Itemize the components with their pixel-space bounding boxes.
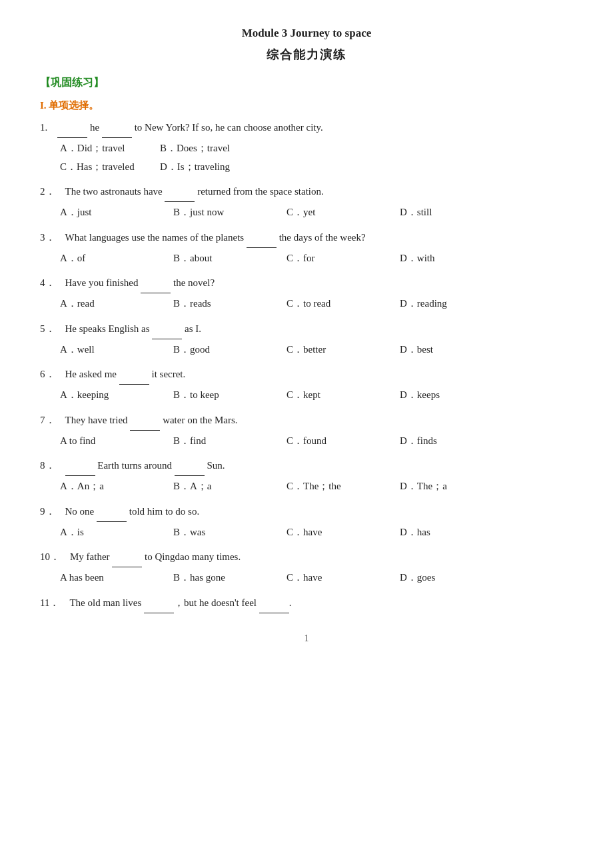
option-5-0-0: A．well [60,341,153,359]
option-10-0-3: D．goes [400,569,493,587]
question-6: 6． He asked me it secret.A．keepingB．to k… [40,365,573,405]
option-4-0-1: B．reads [173,295,267,313]
question-text-11: 11． The old man lives ，but he doesn't fe… [40,594,573,613]
option-7-0-3: D．finds [400,432,493,451]
question-1: 1. he to New York? If so, he can choose … [40,119,573,176]
main-title: Module 3 Journey to space [40,27,573,40]
question-4: 4． Have you finished the novel?A．readB．r… [40,274,573,313]
option-6-0-2: C．kept [287,386,380,405]
question-5: 5． He speaks English as as I.A．wellB．goo… [40,320,573,359]
option-4-0-3: D．reading [400,295,493,313]
option-8-0-2: C．The；the [287,477,380,496]
question-10: 10． My father to Qingdao many times.A ha… [40,548,573,587]
option-9-0-0: A．is [60,523,153,542]
question-text-5: 5． He speaks English as as I. [40,320,573,339]
option-3-0-3: D．with [400,249,493,268]
option-4-0-2: C．to read [287,295,380,313]
option-7-0-1: B．find [173,432,267,451]
option-7-0-0: A to find [60,432,153,451]
subtitle: 综合能力演练 [40,47,573,63]
question-text-3: 3． What languages use the names of the p… [40,229,573,248]
options-row-6-0: A．keepingB．to keepC．keptD．keeps [60,386,573,405]
options-row-1-1: C．Has；traveledD．Is；traveling [60,158,573,177]
question-text-8: 8． Earth turns around Sun. [40,457,573,476]
option-8-0-0: A．An；a [60,477,153,496]
options-row-3-0: A．ofB．aboutC．forD．with [60,249,573,268]
question-2: 2． The two astronauts have returned from… [40,183,573,222]
option-1-0-0: A．Did；travel [60,139,140,158]
option-5-0-1: B．good [173,341,267,359]
option-5-0-3: D．best [400,341,493,359]
option-1-1-1: D．Is；traveling [160,158,240,177]
option-8-0-1: B．A；a [173,477,267,496]
options-row-2-0: A．justB．just nowC．yetD．still [60,203,573,222]
option-2-0-1: B．just now [173,203,267,222]
questions-container: 1. he to New York? If so, he can choose … [40,119,573,613]
page-number: 1 [40,633,573,644]
option-5-0-2: C．better [287,341,380,359]
question-8: 8． Earth turns around Sun.A．An；aB．A；aC．T… [40,457,573,496]
options-7: A to findB．findC．foundD．finds [60,432,573,451]
section-label: I. 单项选择。 [40,99,573,112]
options-8: A．An；aB．A；aC．The；theD．The；a [60,477,573,496]
question-11: 11． The old man lives ，but he doesn't fe… [40,594,573,613]
question-9: 9． No one told him to do so.A．isB．wasC．h… [40,503,573,542]
question-3: 3． What languages use the names of the p… [40,229,573,268]
question-text-7: 7． They have tried water on the Mars. [40,411,573,431]
option-10-0-0: A has been [60,569,153,587]
question-text-2: 2． The two astronauts have returned from… [40,183,573,202]
option-6-0-3: D．keeps [400,386,493,405]
options-row-1-0: A．Did；travelB．Does；travel [60,139,573,158]
question-text-1: 1. he to New York? If so, he can choose … [40,119,573,138]
option-6-0-0: A．keeping [60,386,153,405]
options-row-10-0: A has beenB．has goneC．haveD．goes [60,569,573,587]
option-8-0-3: D．The；a [400,477,493,496]
option-6-0-1: B．to keep [173,386,267,405]
options-1: A．Did；travelB．Does；travelC．Has；traveledD… [60,139,573,177]
options-row-8-0: A．An；aB．A；aC．The；theD．The；a [60,477,573,496]
option-4-0-0: A．read [60,295,153,313]
options-row-5-0: A．wellB．goodC．betterD．best [60,341,573,359]
options-4: A．readB．readsC．to readD．reading [60,295,573,313]
option-10-0-1: B．has gone [173,569,267,587]
option-1-0-1: B．Does；travel [160,139,240,158]
options-row-7-0: A to findB．findC．foundD．finds [60,432,573,451]
question-text-6: 6． He asked me it secret. [40,365,573,385]
question-text-4: 4． Have you finished the novel? [40,274,573,293]
section-tag: 【巩固练习】 [40,76,573,90]
option-9-0-2: C．have [287,523,380,542]
options-5: A．wellB．goodC．betterD．best [60,341,573,359]
options-3: A．ofB．aboutC．forD．with [60,249,573,268]
option-7-0-2: C．found [287,432,380,451]
option-2-0-0: A．just [60,203,153,222]
option-3-0-0: A．of [60,249,153,268]
options-row-4-0: A．readB．readsC．to readD．reading [60,295,573,313]
option-9-0-1: B．was [173,523,267,542]
question-text-10: 10． My father to Qingdao many times. [40,548,573,567]
options-2: A．justB．just nowC．yetD．still [60,203,573,222]
options-6: A．keepingB．to keepC．keptD．keeps [60,386,573,405]
options-9: A．isB．wasC．haveD．has [60,523,573,542]
options-row-9-0: A．isB．wasC．haveD．has [60,523,573,542]
option-3-0-1: B．about [173,249,267,268]
option-2-0-2: C．yet [287,203,380,222]
option-3-0-2: C．for [287,249,380,268]
question-7: 7． They have tried water on the Mars.A t… [40,411,573,451]
option-9-0-3: D．has [400,523,493,542]
option-2-0-3: D．still [400,203,493,222]
options-10: A has beenB．has goneC．haveD．goes [60,569,573,587]
question-text-9: 9． No one told him to do so. [40,503,573,522]
option-1-1-0: C．Has；traveled [60,158,140,177]
option-10-0-2: C．have [287,569,380,587]
